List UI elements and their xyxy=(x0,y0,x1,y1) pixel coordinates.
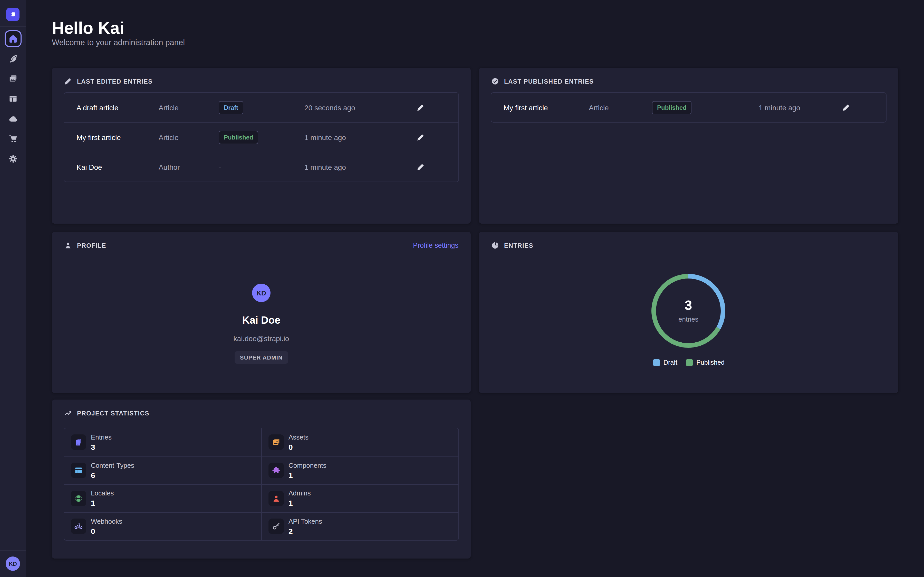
stat-item: API Tokens2 xyxy=(261,512,459,540)
home-icon xyxy=(8,34,17,43)
legend-item-draft: Draft xyxy=(653,359,677,366)
project-statistics-grid: Entries3Assets0Content-Types6Components1… xyxy=(64,428,459,541)
user-avatar[interactable]: KD xyxy=(6,556,20,571)
panel-last-edited-entries: LAST EDITED ENTRIES A draft articleArtic… xyxy=(52,68,471,224)
sidebar-item-deploy[interactable] xyxy=(4,110,21,127)
stat-value: 1 xyxy=(289,499,311,508)
sidebar-divider-bottom xyxy=(0,550,26,551)
stat-label: Content-Types xyxy=(91,462,134,469)
panel-project-statistics: PROJECT STATISTICS Entries3Assets0Conten… xyxy=(52,400,471,559)
images-icon xyxy=(268,435,284,450)
entry-timestamp: 1 minute ago xyxy=(304,163,415,171)
status-badge: Published xyxy=(652,101,692,114)
entry-timestamp: 1 minute ago xyxy=(759,103,840,111)
trending-up-icon xyxy=(64,409,72,417)
stat-label: Assets xyxy=(289,434,309,441)
sidebar-item-content-manager[interactable] xyxy=(4,50,21,67)
legend-swatch xyxy=(686,359,693,366)
page-subtitle: Welcome to your administration panel xyxy=(52,38,185,47)
entry-timestamp: 20 seconds ago xyxy=(304,103,415,111)
sidebar-nav xyxy=(0,30,26,167)
sidebar-item-settings[interactable] xyxy=(4,150,21,167)
stat-value: 1 xyxy=(289,471,326,480)
entry-type: Article xyxy=(158,103,219,111)
panel-statistics-title: PROJECT STATISTICS xyxy=(64,409,149,417)
entry-type: Article xyxy=(158,133,219,141)
stat-label: API Tokens xyxy=(289,517,322,525)
table-row: My first articleArticlePublished1 minute… xyxy=(64,122,459,152)
sidebar: KD xyxy=(0,0,26,577)
stat-item: Webhooks0 xyxy=(64,512,261,540)
legend-label: Published xyxy=(696,359,725,366)
stat-item: Assets0 xyxy=(261,428,459,456)
strapi-dashboard: KD Hello Kai Welcome to your administrat… xyxy=(0,0,924,577)
entry-status-empty: - xyxy=(219,163,304,171)
legend-item-published: Published xyxy=(686,359,725,366)
sidebar-item-marketplace[interactable] xyxy=(4,130,21,147)
gear-icon xyxy=(8,155,17,163)
webhook-icon xyxy=(71,519,86,534)
stat-item: Locales1 xyxy=(64,484,261,512)
entry-name: My first article xyxy=(504,103,589,111)
file-icon xyxy=(71,435,86,450)
strapi-logo-icon xyxy=(9,10,17,18)
chart-legend: DraftPublished xyxy=(479,359,898,366)
profile-avatar: KD xyxy=(252,284,271,302)
donut-svg xyxy=(647,269,730,352)
pie-chart-icon xyxy=(491,242,499,249)
edit-entry-button[interactable] xyxy=(415,131,426,143)
feather-icon xyxy=(8,54,17,63)
stat-item: Admins1 xyxy=(261,484,459,512)
profile-settings-link[interactable]: Profile settings xyxy=(413,242,459,249)
stat-value: 6 xyxy=(91,471,134,480)
edit-entry-button[interactable] xyxy=(415,102,426,113)
panel-last-edited-title: LAST EDITED ENTRIES xyxy=(64,77,153,85)
entries-donut-chart: 3 entries xyxy=(647,269,730,352)
stat-label: Webhooks xyxy=(91,517,122,525)
sidebar-item-content-type-builder[interactable] xyxy=(4,90,21,107)
pencil-icon xyxy=(417,133,425,141)
stat-value: 1 xyxy=(91,499,114,508)
sidebar-item-media-library[interactable] xyxy=(4,70,21,87)
stat-label: Entries xyxy=(91,434,111,441)
cart-icon xyxy=(8,134,17,143)
user-icon xyxy=(268,491,284,506)
stat-value: 3 xyxy=(91,443,111,451)
stat-value: 0 xyxy=(91,527,122,535)
stat-item: Components1 xyxy=(261,456,459,484)
pencil-icon xyxy=(417,163,425,171)
stat-value: 2 xyxy=(289,527,322,535)
check-circle-icon xyxy=(491,77,499,85)
pencil-icon xyxy=(417,103,425,111)
entry-type: Article xyxy=(589,103,652,111)
strapi-logo[interactable] xyxy=(6,8,19,21)
panel-last-published-title: LAST PUBLISHED ENTRIES xyxy=(491,77,594,85)
profile-name: Kai Doe xyxy=(242,314,281,326)
stat-item: Entries3 xyxy=(64,428,261,456)
stat-value: 0 xyxy=(289,443,309,451)
entry-name: Kai Doe xyxy=(76,163,158,171)
entry-type: Author xyxy=(158,163,219,171)
stat-label: Admins xyxy=(289,490,311,497)
profile-body: KD Kai Doe kai.doe@strapi.io SUPER ADMIN xyxy=(52,284,471,364)
panel-statistics-label: PROJECT STATISTICS xyxy=(77,409,149,417)
layout-icon xyxy=(71,463,86,478)
table-row: Kai DoeAuthor-1 minute ago xyxy=(64,152,459,182)
panel-last-published-label: LAST PUBLISHED ENTRIES xyxy=(504,78,594,85)
status-badge: Published xyxy=(219,131,258,144)
entry-name: My first article xyxy=(76,133,158,141)
panel-profile-title: PROFILE xyxy=(64,242,106,249)
panel-entries: ENTRIES 3 entries DraftPublished xyxy=(479,232,898,393)
profile-email: kai.doe@strapi.io xyxy=(234,334,289,343)
key-icon xyxy=(268,519,284,534)
profile-role-badge: SUPER ADMIN xyxy=(235,351,288,364)
legend-swatch xyxy=(653,359,660,366)
edit-entry-button[interactable] xyxy=(415,161,426,173)
sidebar-item-home[interactable] xyxy=(4,30,21,47)
edit-entry-button[interactable] xyxy=(840,102,852,113)
status-badge: Draft xyxy=(219,101,243,114)
panel-profile-label: PROFILE xyxy=(77,242,106,249)
page-title: Hello Kai xyxy=(52,18,124,38)
sidebar-divider-top xyxy=(0,26,26,27)
media-library-icon xyxy=(8,74,17,83)
